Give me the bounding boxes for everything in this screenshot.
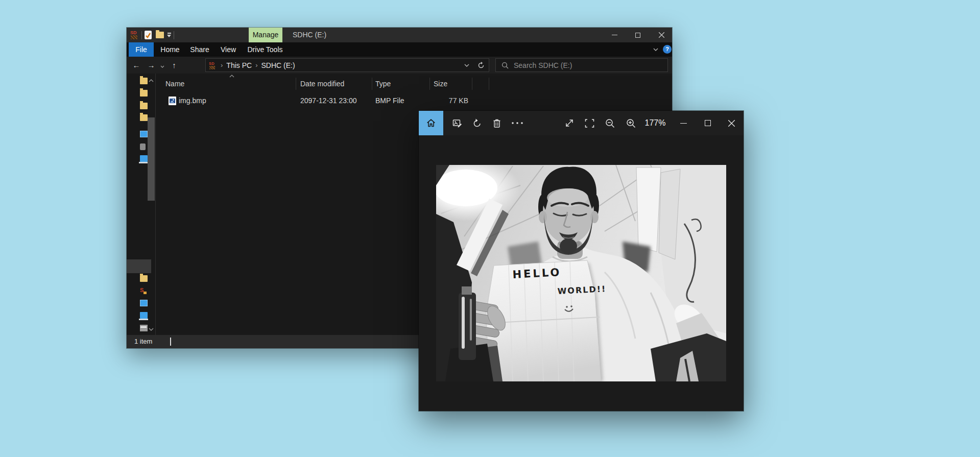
tree-laptop-icon[interactable]: [140, 312, 148, 319]
zoom-in-icon: [626, 118, 636, 129]
tab-file[interactable]: File: [129, 42, 154, 57]
close-button[interactable]: [650, 28, 673, 42]
up-button[interactable]: ↑: [168, 57, 181, 74]
trash-icon: [492, 118, 502, 129]
tree-item-highlight[interactable]: [127, 259, 151, 273]
file-date-modified: 2097-12-31 23:00: [300, 94, 357, 107]
tab-home[interactable]: Home: [159, 42, 181, 57]
column-header-date-modified[interactable]: Date modified: [300, 77, 344, 91]
edit-image-icon: [452, 118, 463, 129]
qat-separator: [141, 31, 142, 39]
tree-folder-icon[interactable]: [140, 103, 148, 109]
close-icon: [728, 120, 735, 127]
window-title: SDHC (E:): [293, 28, 326, 42]
minimize-icon: [612, 35, 617, 35]
sort-ascending-icon[interactable]: [229, 75, 234, 78]
edit-image-button[interactable]: [447, 111, 467, 135]
address-dropdown-icon[interactable]: [464, 64, 469, 67]
chevron-down-icon: [653, 48, 658, 51]
qat-customize-dropdown-icon[interactable]: [167, 33, 171, 37]
photos-maximize-button[interactable]: [698, 111, 718, 135]
breadcrumb-separator: ›: [217, 61, 226, 69]
search-icon: [501, 62, 509, 69]
nav-scroll-down-icon[interactable]: [147, 326, 155, 332]
tab-drive-tools[interactable]: Drive Tools: [247, 42, 283, 57]
desktop: SD Manage SDHC (E:): [0, 0, 980, 457]
tab-share[interactable]: Share: [189, 42, 210, 57]
zoom-level: 177%: [642, 111, 668, 135]
actual-size-button[interactable]: [560, 111, 579, 135]
zoom-in-button[interactable]: [621, 111, 640, 135]
rotate-icon: [472, 118, 483, 129]
minimize-button[interactable]: [603, 28, 626, 42]
file-name[interactable]: img.bmp: [179, 94, 206, 107]
address-row: ← → ↑ SD › This PC › SDHC (E:): [127, 57, 672, 74]
tree-sd-card-icon[interactable]: S: [140, 287, 147, 294]
home-icon: [425, 117, 437, 129]
ribbon-tab-row: File Home Share View Drive Tools ?: [127, 42, 672, 57]
chevron-down-icon: [160, 65, 164, 68]
rotate-button[interactable]: [467, 111, 487, 135]
sd-icon-label: SD: [130, 30, 137, 35]
refresh-icon[interactable]: [477, 62, 485, 69]
sd-drive-icon: SD: [130, 31, 139, 40]
column-header-name[interactable]: Name: [165, 77, 184, 91]
photos-window: 177%: [419, 111, 744, 411]
search-input[interactable]: [514, 61, 657, 69]
navigation-pane[interactable]: S: [127, 74, 156, 335]
status-divider: [170, 338, 171, 346]
bmp-file-icon: [169, 97, 176, 105]
photos-toolbar: 177%: [419, 111, 744, 135]
sign-line1: HELLO: [512, 266, 562, 281]
more-options-button[interactable]: [508, 111, 527, 135]
maximize-icon: [635, 33, 640, 38]
fit-frame-icon: [584, 118, 595, 128]
maximize-icon: [705, 120, 711, 126]
maximize-button[interactable]: [626, 28, 650, 42]
column-header-size[interactable]: Size: [434, 77, 447, 91]
nav-scrollbar-thumb[interactable]: [148, 117, 155, 201]
photos-close-button[interactable]: [722, 111, 741, 135]
close-icon: [659, 32, 664, 38]
tree-laptop-icon[interactable]: [140, 155, 148, 162]
new-folder-icon[interactable]: [156, 32, 164, 38]
breadcrumb-separator: ›: [252, 61, 261, 69]
item-count: 1 item: [134, 335, 152, 348]
home-button[interactable]: [419, 111, 443, 135]
breadcrumb-sdhc[interactable]: SDHC (E:): [261, 61, 295, 69]
address-bar[interactable]: SD › This PC › SDHC (E:): [205, 58, 489, 72]
column-header-type[interactable]: Type: [375, 77, 391, 91]
tree-folder-icon[interactable]: [140, 275, 148, 282]
nav-scroll-up-icon[interactable]: [147, 78, 155, 84]
zoom-out-button[interactable]: [600, 111, 619, 135]
manage-contextual-tab[interactable]: Manage: [249, 28, 282, 42]
recent-locations-dropdown[interactable]: [157, 57, 168, 74]
fit-to-window-button[interactable]: [580, 111, 599, 135]
tree-folder-icon[interactable]: [140, 114, 148, 121]
photos-minimize-button[interactable]: [674, 111, 693, 135]
search-box[interactable]: [495, 58, 668, 72]
help-button[interactable]: ?: [663, 45, 672, 54]
tree-folder-icon[interactable]: [140, 90, 148, 97]
delete-button[interactable]: [487, 111, 507, 135]
breadcrumb-this-pc[interactable]: This PC: [226, 61, 252, 69]
tree-desktop-icon[interactable]: [140, 131, 148, 137]
tree-device-icon[interactable]: [140, 143, 146, 150]
explorer-titlebar[interactable]: SD Manage SDHC (E:): [127, 28, 672, 42]
tree-folder-icon[interactable]: [140, 78, 148, 84]
properties-icon[interactable]: [145, 31, 152, 39]
collapse-ribbon-button[interactable]: [649, 42, 663, 57]
tab-view[interactable]: View: [219, 42, 238, 57]
quick-access-toolbar: SD: [127, 28, 177, 42]
forward-button[interactable]: →: [145, 57, 158, 74]
tree-drive-icon[interactable]: [140, 325, 148, 331]
back-button[interactable]: ←: [130, 57, 143, 74]
tree-device-icon[interactable]: [140, 300, 148, 306]
resize-diagonal-icon: [564, 118, 575, 128]
ellipsis-icon: [511, 122, 523, 125]
file-type: BMP File: [375, 94, 404, 107]
breadcrumb-drive-icon: SD: [209, 62, 216, 69]
qat-separator: [174, 31, 174, 39]
file-row-img-bmp[interactable]: img.bmp 2097-12-31 23:00 BMP File 77 KB: [156, 94, 493, 107]
zoom-out-icon: [605, 118, 615, 129]
